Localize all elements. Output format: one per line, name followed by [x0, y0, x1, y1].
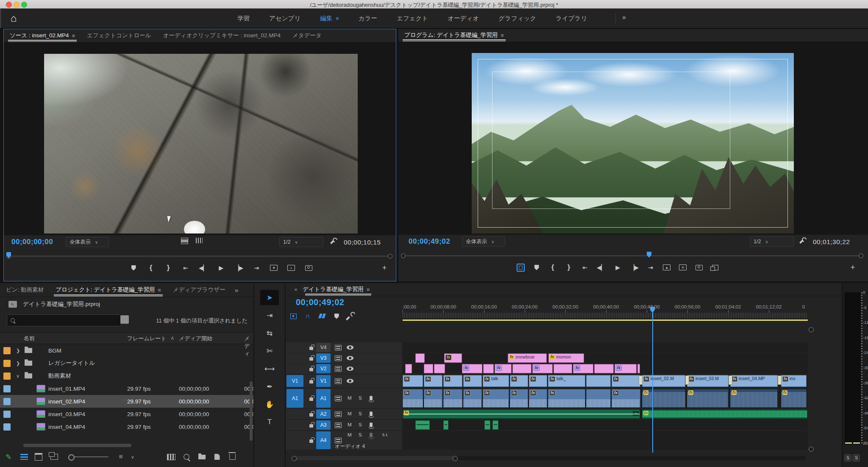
- step-back-button[interactable]: ◀▏: [199, 263, 208, 272]
- toggle-track-output-eye-icon[interactable]: [347, 367, 353, 371]
- expand-icon[interactable]: ❯: [16, 361, 20, 366]
- track-target-V1[interactable]: V1: [316, 375, 331, 387]
- track-lock-icon[interactable]: [309, 357, 313, 361]
- zoom-slider[interactable]: [63, 456, 114, 457]
- media-row[interactable]: insert_02.MP429.97 fps00;00;00;0000;0: [0, 395, 253, 408]
- media-row[interactable]: insert_04.MP429.97 fps00;00;00;0000;0: [0, 420, 253, 433]
- track-content-V1[interactable]: fxfxfxfxfxtalkfxfxfxtalk_fxfxinsert_02.M…: [403, 375, 808, 387]
- track-content-V3[interactable]: fxfxsnowboarfxmomon: [403, 353, 808, 363]
- sort-icon[interactable]: ≡: [114, 453, 128, 461]
- mute-button[interactable]: M: [348, 411, 352, 416]
- linked-selection-icon[interactable]: [318, 312, 326, 320]
- timeline-vscroll-top-knob[interactable]: [809, 327, 814, 332]
- close-sequence-icon[interactable]: ×: [286, 286, 301, 293]
- insert-overwrite-as-nest-icon[interactable]: [289, 312, 298, 320]
- source-patch-V1[interactable]: V1: [287, 375, 303, 387]
- mute-button[interactable]: M: [348, 422, 352, 427]
- track-header-V3[interactable]: V3: [286, 353, 402, 363]
- track-lock-icon[interactable]: [309, 439, 313, 443]
- toggle-track-output-eye-icon[interactable]: [347, 379, 353, 383]
- overwrite-button[interactable]: ▪: [287, 263, 295, 272]
- delete-button[interactable]: [225, 454, 240, 460]
- track-target-V4[interactable]: V4: [316, 343, 331, 352]
- column-name[interactable]: 名前: [24, 335, 35, 342]
- solo-right-button[interactable]: S: [853, 454, 860, 461]
- timeline-clip[interactable]: [554, 364, 572, 373]
- track-lock-icon[interactable]: [309, 413, 313, 417]
- timeline-clip[interactable]: fxtalk_: [548, 375, 585, 387]
- program-settings-wrench-icon[interactable]: [800, 237, 807, 244]
- tab-panel[interactable]: オーディオクリップミキサー : insert_02.MP4: [157, 29, 287, 42]
- transition-icon[interactable]: [685, 375, 689, 385]
- automate-to-sequence-button[interactable]: [164, 454, 179, 460]
- lift-button[interactable]: ▲: [662, 263, 671, 272]
- track-lock-icon[interactable]: [309, 424, 313, 428]
- new-item-button[interactable]: [209, 454, 225, 460]
- media-row[interactable]: insert_01.MP429.97 fps00;00;00;0000;0: [0, 382, 253, 395]
- drag-video-only-icon[interactable]: [181, 238, 188, 244]
- project-vertical-scrollbar[interactable]: [250, 344, 253, 442]
- bin-row[interactable]: ∨動画素材: [0, 370, 253, 382]
- tab-プロジェクト: デイトラ基礎編_学習用[interactable]: プロジェクト: デイトラ基礎編_学習用≡: [50, 283, 167, 297]
- timeline-clip[interactable]: [415, 353, 425, 363]
- media-row-partial[interactable]: [0, 433, 253, 443]
- playhead-line[interactable]: [652, 309, 653, 453]
- label-color-chip[interactable]: [3, 372, 11, 380]
- sync-lock-icon[interactable]: [335, 423, 342, 428]
- type-tool[interactable]: T: [260, 414, 279, 430]
- project-file-row[interactable]: ↖ デイトラ基礎編_学習用.prproj: [0, 298, 100, 310]
- home-icon[interactable]: ⌂: [0, 8, 26, 28]
- timeline-clip[interactable]: [443, 420, 448, 430]
- slip-tool[interactable]: ⟷: [260, 361, 279, 376]
- track-lock-icon[interactable]: [309, 398, 313, 401]
- timeline-clip[interactable]: fx: [403, 389, 423, 408]
- column-framerate[interactable]: フレームレート: [127, 335, 167, 342]
- track-select-forward-tool[interactable]: ⇥: [260, 308, 279, 323]
- panel-menu-icon[interactable]: ≡: [72, 33, 75, 39]
- expand-icon[interactable]: ❯: [16, 348, 20, 353]
- drag-audio-only-icon[interactable]: [196, 238, 203, 243]
- tab-program[interactable]: プログラム: デイトラ基礎編_学習用≡: [398, 29, 510, 42]
- solo-button[interactable]: S: [359, 432, 362, 437]
- find-button[interactable]: [179, 455, 194, 459]
- timeline-clip[interactable]: fxinsert_04.MP: [730, 375, 778, 387]
- search-bin-icon[interactable]: [120, 315, 129, 324]
- bin-row[interactable]: ❯BGM: [0, 344, 253, 357]
- label-color-chip[interactable]: [3, 360, 11, 367]
- project-tabs-overflow-icon[interactable]: »: [235, 286, 238, 294]
- play-button[interactable]: ▶: [614, 263, 622, 272]
- timeline-clip[interactable]: fx: [463, 375, 482, 387]
- tab-source[interactable]: ソース : insert_02.MP4≡: [4, 29, 81, 42]
- timeline-clip[interactable]: fx: [532, 364, 553, 373]
- solo-left-button[interactable]: S: [844, 454, 851, 461]
- play-button[interactable]: ▶: [217, 263, 225, 272]
- go-to-in-button[interactable]: ⇤: [181, 263, 190, 272]
- mute-button[interactable]: M: [348, 432, 352, 437]
- timeline-clip[interactable]: fxmomon: [548, 353, 584, 363]
- sync-lock-icon[interactable]: [335, 356, 342, 361]
- timeline-clip[interactable]: fx: [462, 364, 482, 373]
- track-content-A3[interactable]: [403, 420, 808, 430]
- timeline-clip[interactable]: [483, 364, 494, 373]
- timeline-clip[interactable]: [586, 375, 611, 387]
- timeline-clip[interactable]: [512, 364, 531, 373]
- timeline-clip[interactable]: fx: [510, 375, 528, 387]
- selection-tool[interactable]: ➤: [260, 290, 279, 305]
- program-resolution-dropdown[interactable]: 1/2∨: [750, 236, 794, 247]
- bin-row[interactable]: ❯レガシータイトル: [0, 357, 253, 370]
- workspace-tab-オーディオ[interactable]: オーディオ: [448, 14, 479, 22]
- label-color-chip[interactable]: [3, 347, 11, 354]
- step-back-button[interactable]: ◀▏: [597, 263, 606, 272]
- timeline-clip[interactable]: fxinsert_03.M: [687, 375, 729, 387]
- timeline-clip[interactable]: fx: [444, 353, 462, 363]
- scrubber-left-knob[interactable]: [401, 253, 406, 258]
- sync-lock-icon[interactable]: [335, 378, 342, 384]
- tab-ビン: 動画素材[interactable]: ビン: 動画素材: [0, 283, 50, 297]
- voiceover-record-mic-icon[interactable]: [370, 411, 373, 416]
- timeline-clip[interactable]: fx: [510, 389, 528, 408]
- timeline-clip[interactable]: fxtalk: [483, 375, 509, 387]
- mark-out-button[interactable]: }: [164, 263, 172, 272]
- new-bin-button[interactable]: [194, 455, 209, 459]
- add-marker-button[interactable]: [532, 263, 541, 272]
- workspace-tab-編集[interactable]: 編集≡: [320, 14, 339, 22]
